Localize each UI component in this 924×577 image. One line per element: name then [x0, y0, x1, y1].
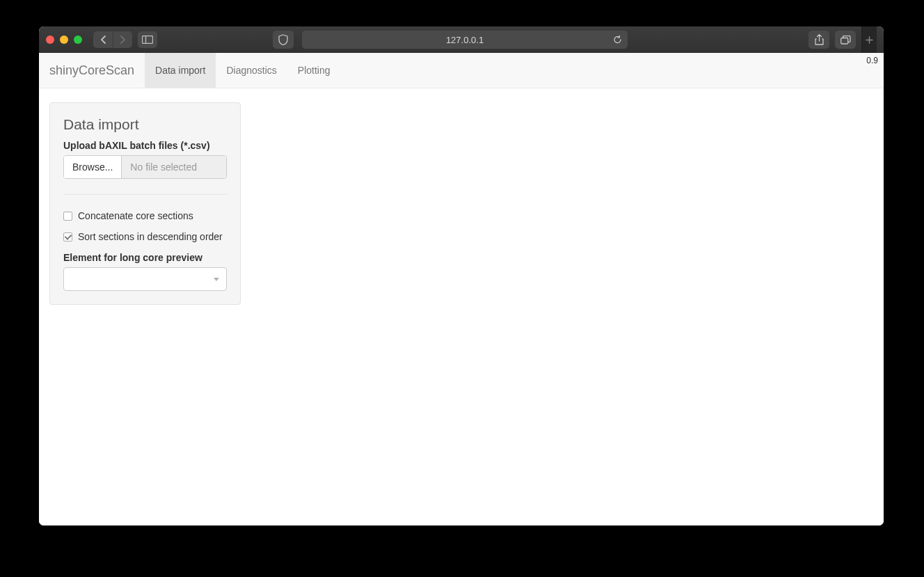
forward-button[interactable]: [113, 31, 132, 48]
nav-back-forward: [93, 31, 132, 48]
checkbox-icon: [63, 232, 72, 242]
minimize-window-button[interactable]: [60, 35, 68, 44]
close-window-button[interactable]: [46, 35, 54, 44]
nav-tabs: Data import Diagnostics Plotting: [145, 53, 340, 88]
upload-label: Upload bAXIL batch files (*.csv): [63, 140, 227, 151]
checkbox-sort-label: Sort sections in descending order: [78, 231, 223, 242]
checkbox-concatenate-label: Concatenate core sections: [78, 210, 193, 221]
element-select[interactable]: [63, 267, 227, 291]
share-button[interactable]: [808, 31, 829, 49]
sidebar-toggle[interactable]: [138, 31, 157, 48]
privacy-report-button[interactable]: [273, 31, 294, 49]
sidebar-icon: [142, 35, 153, 44]
svg-rect-2: [841, 38, 847, 44]
plus-icon: [866, 36, 873, 44]
address-text: 127.0.0.1: [446, 35, 484, 45]
chevron-down-icon: [214, 278, 219, 281]
reload-icon: [613, 35, 622, 45]
app-brand: shinyCoreScan: [49, 53, 145, 88]
tabs-icon: [841, 35, 851, 45]
tab-plotting[interactable]: Plotting: [287, 53, 341, 88]
sidebar-panel: Data import Upload bAXIL batch files (*.…: [49, 102, 241, 305]
tab-data-import[interactable]: Data import: [145, 53, 216, 88]
address-bar[interactable]: 127.0.0.1: [302, 31, 628, 49]
browser-toolbar: 127.0.0.1: [39, 26, 884, 53]
navbar: shinyCoreScan Data import Diagnostics Pl…: [39, 53, 884, 88]
chevron-right-icon: [120, 35, 126, 44]
file-status: No file selected: [122, 156, 226, 178]
zoom-window-button[interactable]: [74, 35, 82, 44]
svg-rect-0: [143, 36, 153, 44]
checkbox-sort[interactable]: Sort sections in descending order: [63, 231, 227, 242]
version-label: 0.9: [866, 56, 878, 65]
checkbox-icon: [63, 212, 72, 221]
chevron-left-icon: [100, 35, 106, 44]
shield-icon: [278, 34, 288, 45]
browser-window: 127.0.0.1 shinyCoreScan Data impor: [39, 26, 884, 525]
reload-button[interactable]: [613, 35, 622, 45]
checkbox-concatenate[interactable]: Concatenate core sections: [63, 210, 227, 221]
window-controls: [46, 35, 82, 44]
app-viewport: shinyCoreScan Data import Diagnostics Pl…: [39, 53, 884, 525]
share-icon: [815, 34, 824, 45]
element-select-label: Element for long core preview: [63, 252, 227, 263]
back-button[interactable]: [93, 31, 113, 48]
tab-diagnostics[interactable]: Diagnostics: [216, 53, 287, 88]
file-input[interactable]: Browse... No file selected: [63, 155, 227, 179]
panel-title: Data import: [63, 116, 227, 133]
divider: [63, 194, 227, 195]
browse-button[interactable]: Browse...: [64, 156, 122, 178]
page-content: Data import Upload bAXIL batch files (*.…: [39, 88, 884, 319]
new-tab-button[interactable]: [861, 26, 877, 53]
tabs-overview-button[interactable]: [835, 31, 856, 49]
